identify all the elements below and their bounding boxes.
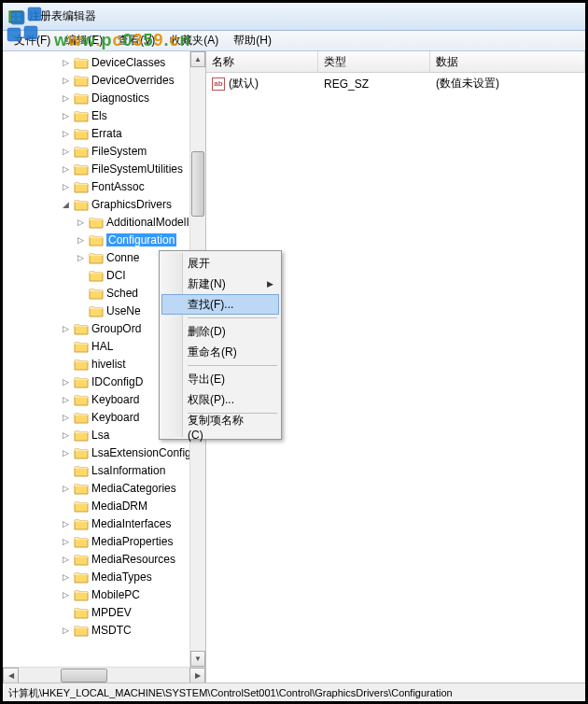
- folder-icon: [89, 269, 104, 282]
- tree-item-mediaresources[interactable]: ▷MediaResources: [3, 550, 205, 568]
- tree-item-filesystemutilities[interactable]: ▷FileSystemUtilities: [3, 160, 205, 177]
- expand-toggle-icon[interactable]: ▷: [61, 58, 71, 67]
- menu-item-delete[interactable]: 删除(D): [161, 321, 279, 342]
- expand-toggle-icon[interactable]: ▷: [61, 164, 71, 174]
- scroll-left-button[interactable]: ◀: [3, 668, 19, 683]
- expand-toggle-icon[interactable]: ▷: [61, 76, 71, 85]
- menu-item-find[interactable]: 查找(F)...: [161, 294, 279, 315]
- folder-icon: [89, 216, 104, 229]
- tree-item-filesystem[interactable]: ▷FileSystem: [3, 142, 205, 160]
- expand-toggle-icon[interactable]: ▷: [61, 430, 71, 440]
- menu-favorites[interactable]: 收藏夹(A): [162, 31, 226, 50]
- tree-item-label: GraphicsDrivers: [91, 198, 172, 211]
- expand-toggle-icon[interactable]: ▷: [61, 484, 71, 493]
- folder-icon: [89, 251, 104, 264]
- scroll-thumb[interactable]: [191, 151, 204, 217]
- expand-toggle-icon[interactable]: ▷: [61, 626, 71, 635]
- tree-item-label: Errata: [91, 127, 122, 140]
- tree-item-configuration[interactable]: ▷Configuration: [3, 231, 205, 248]
- column-name[interactable]: 名称: [206, 51, 318, 72]
- folder-icon: [74, 340, 89, 353]
- tree-item-mobilepc[interactable]: ▷MobilePC: [3, 585, 205, 603]
- tree-item-els[interactable]: ▷Els: [3, 106, 205, 124]
- svg-rect-6: [17, 13, 21, 16]
- scroll-thumb[interactable]: [61, 669, 107, 683]
- menu-item-permissions[interactable]: 权限(P)...: [161, 389, 279, 410]
- window-title: 注册表编辑器: [29, 8, 96, 24]
- folder-icon: [74, 162, 89, 176]
- folder-icon: [74, 358, 89, 371]
- expand-toggle-icon[interactable]: ▷: [76, 218, 86, 227]
- expand-toggle-icon[interactable]: ▷: [61, 182, 71, 191]
- tree-item-label: MPDEV: [91, 606, 132, 619]
- expand-toggle-icon[interactable]: ▷: [61, 413, 71, 422]
- menu-item-rename[interactable]: 重命名(R): [161, 342, 279, 362]
- tree-item-mediatypes[interactable]: ▷MediaTypes: [3, 568, 205, 585]
- tree-item-label: MediaCategories: [91, 482, 176, 495]
- expand-toggle-icon[interactable]: ▷: [76, 235, 86, 245]
- menu-item-export[interactable]: 导出(E): [161, 369, 279, 389]
- expand-toggle-icon[interactable]: ▷: [61, 111, 71, 120]
- folder-icon: [74, 198, 89, 211]
- submenu-arrow-icon: ▶: [267, 279, 273, 289]
- scroll-down-button[interactable]: ▼: [190, 651, 205, 667]
- tree-item-msdtc[interactable]: ▷MSDTC: [3, 621, 205, 639]
- expand-toggle-icon[interactable]: ▷: [61, 129, 71, 138]
- expand-toggle-icon[interactable]: ▷: [61, 590, 71, 599]
- menu-item-copy-key-name[interactable]: 复制项名称(C): [161, 416, 279, 437]
- menu-view[interactable]: 查看(V): [110, 31, 162, 50]
- expand-toggle-icon[interactable]: ◢: [61, 200, 71, 209]
- list-row[interactable]: ab (默认) REG_SZ (数值未设置): [206, 73, 585, 94]
- folder-icon: [89, 287, 104, 300]
- expand-toggle-icon[interactable]: ▷: [61, 93, 71, 103]
- tree-item-deviceclasses[interactable]: ▷DeviceClasses: [3, 53, 205, 71]
- expand-toggle-icon[interactable]: ▷: [61, 395, 71, 404]
- tree-item-label: LsaExtensionConfig: [91, 446, 191, 459]
- column-type[interactable]: 类型: [318, 51, 430, 72]
- tree-item-label: IDConfigD: [91, 375, 143, 388]
- expand-toggle-icon[interactable]: ▷: [61, 147, 71, 156]
- title-bar: 注册表编辑器: [3, 3, 585, 31]
- tree-item-label: FontAssoc: [91, 180, 145, 193]
- tree-item-fontassoc[interactable]: ▷FontAssoc: [3, 177, 205, 195]
- expand-toggle-icon[interactable]: ▷: [61, 555, 71, 564]
- tree-item-lsainformation[interactable]: LsaInformation: [3, 461, 205, 479]
- menu-item-expand[interactable]: 展开: [161, 253, 279, 274]
- tree-item-mpdev[interactable]: MPDEV: [3, 603, 205, 621]
- tree-item-label: Configuration: [106, 233, 176, 246]
- expand-toggle-icon[interactable]: ▷: [61, 572, 71, 582]
- tree-item-label: Conne: [106, 251, 139, 264]
- menu-help[interactable]: 帮助(H): [226, 31, 279, 50]
- tree-item-graphicsdrivers[interactable]: ◢GraphicsDrivers: [3, 195, 205, 213]
- expand-toggle-icon[interactable]: ▷: [61, 377, 71, 387]
- expand-toggle-icon[interactable]: ▷: [61, 324, 71, 333]
- tree-item-lsaextensionconfig[interactable]: ▷LsaExtensionConfig: [3, 444, 205, 461]
- folder-icon: [74, 606, 89, 619]
- tree-item-mediaproperties[interactable]: ▷MediaProperties: [3, 532, 205, 550]
- tree-item-deviceoverrides[interactable]: ▷DeviceOverrides: [3, 71, 205, 89]
- menu-item-new[interactable]: 新建(N)▶: [161, 274, 279, 294]
- expand-toggle-icon[interactable]: ▷: [61, 519, 71, 528]
- scroll-up-button[interactable]: ▲: [190, 51, 205, 67]
- menu-file[interactable]: 文件(F): [7, 31, 58, 50]
- expand-toggle-icon[interactable]: ▷: [61, 448, 71, 458]
- folder-icon: [74, 588, 89, 601]
- folder-icon: [74, 74, 89, 87]
- menu-edit[interactable]: 编辑(E): [58, 31, 110, 50]
- scroll-right-button[interactable]: ▶: [189, 668, 205, 683]
- tree-item-label: HAL: [91, 340, 113, 353]
- svg-rect-8: [17, 18, 21, 21]
- tree-horizontal-scrollbar[interactable]: ◀ ▶: [3, 667, 205, 683]
- folder-icon: [74, 500, 89, 513]
- tree-item-mediadrm[interactable]: MediaDRM: [3, 497, 205, 514]
- tree-item-mediacategories[interactable]: ▷MediaCategories: [3, 479, 205, 497]
- tree-item-errata[interactable]: ▷Errata: [3, 124, 205, 142]
- expand-toggle-icon[interactable]: ▷: [76, 253, 86, 262]
- folder-icon: [74, 127, 89, 140]
- value-type: REG_SZ: [318, 75, 430, 92]
- tree-item-mediainterfaces[interactable]: ▷MediaInterfaces: [3, 514, 205, 532]
- expand-toggle-icon[interactable]: ▷: [61, 537, 71, 546]
- tree-item-additionalmodeli[interactable]: ▷AdditionalModelI: [3, 213, 205, 231]
- column-data[interactable]: 数据: [430, 51, 585, 72]
- tree-item-diagnostics[interactable]: ▷Diagnostics: [3, 89, 205, 106]
